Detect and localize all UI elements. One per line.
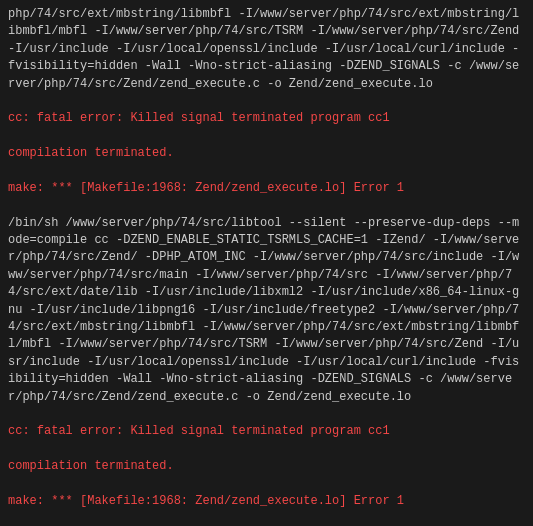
terminal-line: compilation terminated. (8, 145, 525, 162)
terminal-line: php/74/src/ext/mbstring/libmbfl -I/www/s… (8, 6, 525, 93)
terminal-line: cc: fatal error: Killed signal terminate… (8, 423, 525, 440)
terminal-line: compilation terminated. (8, 458, 525, 475)
terminal-output[interactable]: php/74/src/ext/mbstring/libmbfl -I/www/s… (0, 0, 533, 526)
terminal-line: make: *** [Makefile:1968: Zend/zend_exec… (8, 493, 525, 510)
terminal-line: make: *** [Makefile:1968: Zend/zend_exec… (8, 180, 525, 197)
terminal-line: cc: fatal error: Killed signal terminate… (8, 110, 525, 127)
terminal-line: /bin/sh /www/server/php/74/src/libtool -… (8, 215, 525, 406)
